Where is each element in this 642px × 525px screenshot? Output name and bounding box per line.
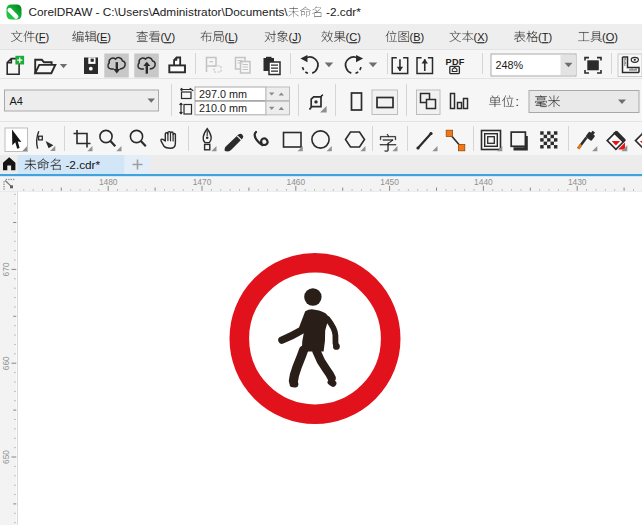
- svg-text:650: 650: [1, 450, 11, 464]
- svg-text:1450: 1450: [380, 177, 399, 187]
- svg-text:(J): (J): [289, 31, 302, 43]
- svg-text:(C): (C): [346, 31, 361, 43]
- svg-text:(B): (B): [410, 31, 425, 43]
- svg-text:1470: 1470: [193, 177, 212, 187]
- svg-text:(X): (X): [474, 31, 489, 43]
- svg-text:(V): (V): [160, 31, 175, 43]
- svg-text:210.0 mm: 210.0 mm: [199, 102, 247, 114]
- svg-text:(T): (T): [538, 31, 552, 43]
- svg-text:670: 670: [1, 262, 11, 276]
- svg-text:660: 660: [1, 356, 11, 370]
- svg-text:1460: 1460: [286, 177, 305, 187]
- svg-text:(E): (E): [96, 31, 111, 43]
- svg-text::: :: [516, 95, 519, 109]
- svg-text:(O): (O): [602, 31, 618, 43]
- svg-text:-2.cdr*: -2.cdr*: [65, 158, 100, 172]
- svg-text:CorelDRAW - C:\Users\Administr: CorelDRAW - C:\Users\Administrator\Docum…: [29, 5, 289, 19]
- svg-text:297.0 mm: 297.0 mm: [199, 88, 247, 100]
- svg-text:248%: 248%: [496, 59, 524, 71]
- svg-text:1430: 1430: [568, 177, 587, 187]
- svg-text:1440: 1440: [474, 177, 493, 187]
- svg-text:A4: A4: [10, 95, 23, 107]
- svg-text:PDF: PDF: [446, 57, 465, 67]
- svg-text:(L): (L): [225, 31, 238, 43]
- svg-text:(F): (F): [35, 31, 49, 43]
- svg-text:-2.cdr*: -2.cdr*: [326, 5, 361, 19]
- svg-text:1480: 1480: [99, 177, 118, 187]
